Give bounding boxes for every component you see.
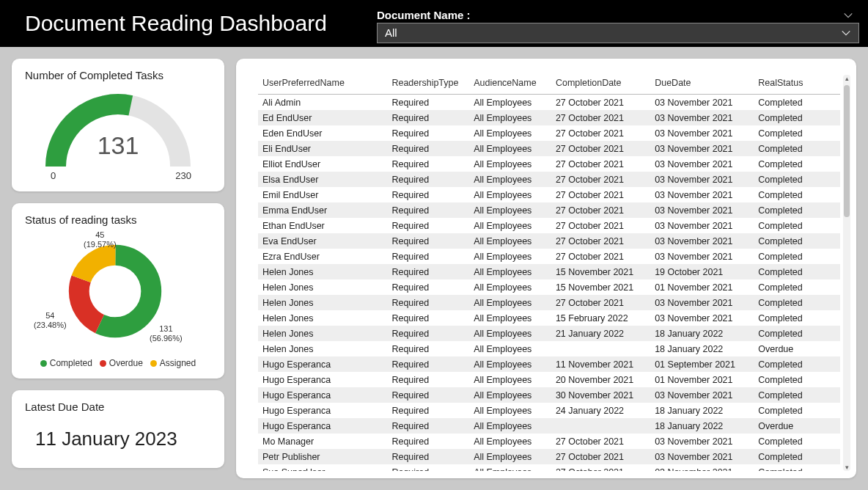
cell-user: Eva EndUser <box>258 233 387 249</box>
col-comp[interactable]: CompletionDate <box>551 75 650 95</box>
cell-comp: 27 October 2021 <box>551 172 650 187</box>
document-name-filter: Document Name : All <box>377 4 859 43</box>
table-row[interactable]: Helen JonesRequiredAll Employees15 Febru… <box>258 310 840 326</box>
cell-due: 18 January 2022 <box>650 341 754 356</box>
chevron-down-icon[interactable] <box>843 10 853 21</box>
cell-user: Hugo Esperanca <box>258 372 387 387</box>
cell-user: Hugo Esperanca <box>258 403 387 418</box>
label-completed: 131(56.96%) <box>150 324 183 343</box>
cell-type: Required <box>387 372 469 387</box>
table-row[interactable]: Elsa EndUserRequiredAll Employees27 Octo… <box>258 172 840 187</box>
scroll-down-icon[interactable]: ▾ <box>843 464 850 471</box>
cell-due: 03 November 2021 <box>650 434 754 449</box>
table-row[interactable]: Eli EndUserRequiredAll Employees27 Octob… <box>258 141 840 156</box>
cell-stat: Completed <box>754 110 840 125</box>
page-title: Document Reading Dashboard <box>25 11 377 36</box>
cell-stat: Completed <box>754 187 840 202</box>
table-row[interactable]: Ali AdminRequiredAll Employees27 October… <box>258 95 840 111</box>
table-row[interactable]: Sue SuperUserRequiredAll Employees27 Oct… <box>258 464 840 471</box>
table-row[interactable]: Elliot EndUserRequiredAll Employees27 Oc… <box>258 156 840 172</box>
table-row[interactable]: Eva EndUserRequiredAll Employees27 Octob… <box>258 233 840 249</box>
cell-stat: Completed <box>754 449 840 464</box>
cell-type: Required <box>387 434 469 449</box>
table-row[interactable]: Hugo EsperancaRequiredAll Employees11 No… <box>258 356 840 372</box>
left-column: Number of Completed Tasks 131 0 230 Stat… <box>12 59 224 478</box>
table-card[interactable]: UserPreferredName ReadershipType Audienc… <box>236 59 856 478</box>
legend-completed[interactable]: Completed <box>40 358 92 368</box>
cell-type: Required <box>387 310 469 326</box>
col-user[interactable]: UserPreferredName <box>258 75 387 95</box>
cell-due: 03 November 2021 <box>650 95 754 111</box>
col-type[interactable]: ReadershipType <box>387 75 469 95</box>
table-row[interactable]: Helen JonesRequiredAll Employees21 Janua… <box>258 326 840 341</box>
scrollbar-thumb[interactable] <box>844 85 850 217</box>
cell-user: Ed EndUser <box>258 110 387 125</box>
table-row[interactable]: Helen JonesRequiredAll Employees18 Janua… <box>258 341 840 356</box>
cell-aud: All Employees <box>469 403 551 418</box>
cell-due: 03 November 2021 <box>650 110 754 125</box>
dashboard-body: Number of Completed Tasks 131 0 230 Stat… <box>0 47 868 490</box>
table-row[interactable]: Hugo EsperancaRequiredAll Employees20 No… <box>258 372 840 387</box>
table-row[interactable]: Hugo EsperancaRequiredAll Employees24 Ja… <box>258 403 840 418</box>
dropdown-value: All <box>385 26 397 39</box>
cell-aud: All Employees <box>469 233 551 249</box>
cell-aud: All Employees <box>469 449 551 464</box>
cell-user: Mo Manager <box>258 434 387 449</box>
cell-type: Required <box>387 125 469 141</box>
cell-comp: 27 October 2021 <box>551 464 650 471</box>
scroll-up-icon[interactable]: ▴ <box>843 75 850 82</box>
cell-aud: All Employees <box>469 372 551 387</box>
gauge-card[interactable]: Number of Completed Tasks 131 0 230 <box>12 59 224 191</box>
data-table-scroll: UserPreferredName ReadershipType Audienc… <box>258 75 840 471</box>
table-row[interactable]: Petr PublisherRequiredAll Employees27 Oc… <box>258 449 840 464</box>
document-name-dropdown[interactable]: All <box>377 23 859 43</box>
cell-aud: All Employees <box>469 310 551 326</box>
col-stat[interactable]: RealStatus <box>754 75 840 95</box>
table-row[interactable]: Hugo EsperancaRequiredAll Employees30 No… <box>258 387 840 403</box>
cell-comp: 27 October 2021 <box>551 449 650 464</box>
cell-user: Elsa EndUser <box>258 172 387 187</box>
cell-comp: 27 October 2021 <box>551 202 650 218</box>
legend-assigned[interactable]: Assigned <box>150 358 196 368</box>
table-row[interactable]: Eden EndUserRequiredAll Employees27 Octo… <box>258 125 840 141</box>
table-row[interactable]: Emma EndUserRequiredAll Employees27 Octo… <box>258 202 840 218</box>
table-row[interactable]: Ezra EndUserRequiredAll Employees27 Octo… <box>258 249 840 264</box>
cell-comp: 20 November 2021 <box>551 372 650 387</box>
vertical-scrollbar[interactable]: ▴ ▾ <box>843 75 850 471</box>
cell-stat: Completed <box>754 218 840 233</box>
donut-card[interactable]: Status of reading tasks 45(19.57%) 54(23… <box>12 203 224 379</box>
donut-legend: Completed Overdue Assigned <box>25 358 211 368</box>
cell-stat: Completed <box>754 249 840 264</box>
table-row[interactable]: Ed EndUserRequiredAll Employees27 Octobe… <box>258 110 840 125</box>
table-row[interactable]: Helen JonesRequiredAll Employees15 Novem… <box>258 279 840 295</box>
col-aud[interactable]: AudienceName <box>469 75 551 95</box>
table-row[interactable]: Helen JonesRequiredAll Employees27 Octob… <box>258 295 840 310</box>
cell-due: 19 October 2021 <box>650 264 754 279</box>
latest-due-card[interactable]: Latest Due Date 11 January 2023 <box>12 390 224 468</box>
cell-aud: All Employees <box>469 110 551 125</box>
cell-user: Ali Admin <box>258 95 387 111</box>
cell-user: Emil EndUser <box>258 187 387 202</box>
cell-aud: All Employees <box>469 95 551 111</box>
cell-type: Required <box>387 156 469 172</box>
cell-stat: Completed <box>754 141 840 156</box>
cell-stat: Completed <box>754 310 840 326</box>
table-row[interactable]: Mo ManagerRequiredAll Employees27 Octobe… <box>258 434 840 449</box>
cell-aud: All Employees <box>469 249 551 264</box>
cell-aud: All Employees <box>469 387 551 403</box>
table-row[interactable]: Hugo EsperancaRequiredAll Employees18 Ja… <box>258 418 840 434</box>
table-row[interactable]: Emil EndUserRequiredAll Employees27 Octo… <box>258 187 840 202</box>
cell-type: Required <box>387 218 469 233</box>
table-row[interactable]: Helen JonesRequiredAll Employees15 Novem… <box>258 264 840 279</box>
cell-type: Required <box>387 356 469 372</box>
table-row[interactable]: Ethan EndUserRequiredAll Employees27 Oct… <box>258 218 840 233</box>
cell-comp: 15 November 2021 <box>551 264 650 279</box>
cell-comp <box>551 341 650 356</box>
swatch-icon <box>150 360 157 367</box>
col-due[interactable]: DueDate <box>650 75 754 95</box>
cell-user: Helen Jones <box>258 341 387 356</box>
gauge-max: 230 <box>175 170 191 181</box>
cell-type: Required <box>387 141 469 156</box>
cell-comp: 27 October 2021 <box>551 156 650 172</box>
legend-overdue[interactable]: Overdue <box>100 358 143 368</box>
